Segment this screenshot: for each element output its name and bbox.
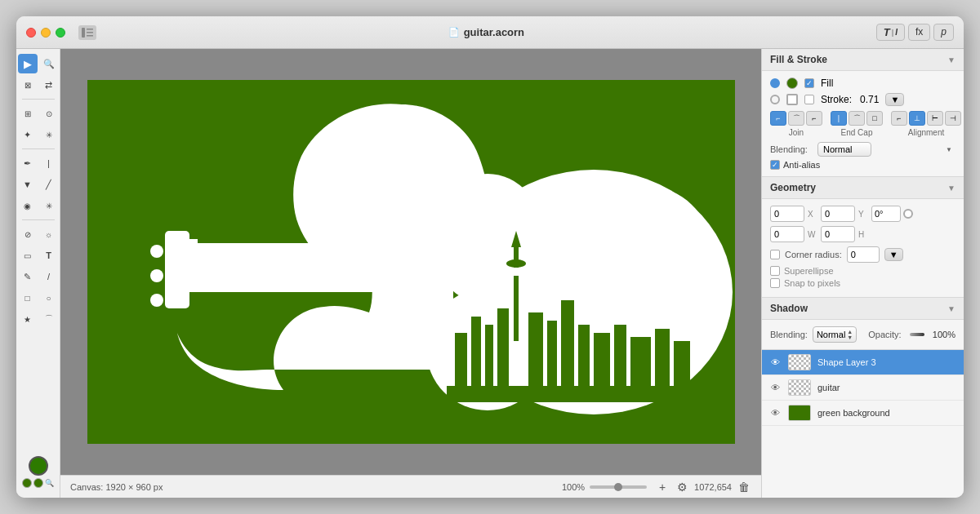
w-input[interactable] [770,226,804,242]
heal-tool[interactable]: ✳ [39,196,59,215]
line-tool[interactable]: / [39,267,59,286]
stroke-dropdown[interactable]: ▼ [885,93,904,106]
align-center-btn[interactable]: ⊥ [909,111,925,126]
corner-dropdown[interactable]: ▼ [884,248,903,261]
flip-tool[interactable]: ⇄ [39,75,59,95]
canvas-container[interactable] [60,49,761,475]
fill-checkbox[interactable]: ✓ [804,78,814,88]
foreground-color[interactable] [29,456,48,476]
fill-color-swatch[interactable] [786,78,798,89]
oval-tool[interactable]: ○ [39,288,59,308]
stamp-tool[interactable]: ◉ [18,196,38,215]
wh-row: W H [770,226,956,242]
transform-tool[interactable]: ⊠ [18,75,38,95]
endcap-round-btn[interactable]: ⌒ [849,111,865,126]
lasso-tool[interactable]: ⊙ [39,104,59,123]
polygon-tool[interactable]: ⌒ [39,309,59,329]
pen-tool[interactable]: ✒ [18,153,38,173]
layer-item-shape-layer-3[interactable]: 👁 Shape Layer 3 [762,350,964,375]
layer-visibility-icon-2[interactable]: 👁 [768,381,782,394]
svg-rect-2 [87,32,93,33]
settings-button[interactable]: ⚙ [675,480,689,494]
align-inner-btn[interactable]: ⌐ [891,111,907,126]
h-label: H [858,230,868,239]
paint-bucket-tool[interactable]: ▼ [18,175,38,194]
join-endcap-alignment: ⌐ ⌒ ⌐ Join | ⌒ □ End Cap [770,111,956,137]
file-icon: 📄 [448,27,460,38]
y-input[interactable] [821,206,855,222]
canvas[interactable] [87,80,735,444]
shadow-header[interactable]: Shadow ▼ [762,298,964,320]
svg-rect-3 [87,35,93,37]
trash-button[interactable]: 🗑 [737,480,751,494]
superellipse-checkbox[interactable] [770,266,780,276]
svg-rect-1 [87,29,93,30]
x-input[interactable] [770,206,804,222]
join-round-btn[interactable]: ⌒ [788,111,804,126]
text-tool-button[interactable]: T | I [876,24,905,41]
rect-tool[interactable]: □ [18,288,38,308]
p-button[interactable]: p [933,24,954,41]
shadow-blending-select[interactable]: Normal ▲ ▼ [813,326,857,343]
layer-name-1: Shape Layer 3 [817,357,957,367]
shadow-stepper-arrows: ▲ ▼ [847,329,853,340]
path-tool[interactable]: ✎ [18,267,38,286]
svg-point-10 [171,269,184,282]
sidebar-toggle-button[interactable] [78,25,96,40]
magic2-tool[interactable]: ✳ [39,125,59,144]
corner-radius-input[interactable] [847,246,880,263]
join-bevel-btn[interactable]: ⌐ [806,111,822,126]
coordinates-label: 1072,654 [694,482,732,492]
align-outer2-btn[interactable]: ⊣ [945,111,961,126]
shadow-title: Shadow [770,303,808,314]
geometry-chevron: ▼ [947,184,956,193]
endcap-square-btn[interactable]: □ [866,111,883,126]
eyedropper-tool[interactable]: ╱ [39,175,59,194]
layer-visibility-icon-3[interactable]: 👁 [768,406,782,419]
color-mini-2[interactable] [33,478,43,488]
add-layer-button[interactable]: + [655,480,670,494]
stroke-label: Stroke: [821,94,852,105]
fill-stroke-body: ✓ Fill Stroke: 0.71 ▼ ⌐ [762,71,964,177]
brush-tool[interactable]: | [39,153,59,173]
footer-right: + ⚙ 1072,654 🗑 [655,480,751,494]
angle-input[interactable] [871,206,901,222]
align-outer-btn[interactable]: ⊢ [927,111,943,126]
arrow-tool[interactable]: ▶ [18,54,38,73]
zoom-slider[interactable] [590,485,647,489]
endcap-butt-btn[interactable]: | [831,111,847,126]
layer-visibility-icon-1[interactable]: 👁 [768,356,782,369]
gradient-tool[interactable]: ⊘ [18,224,38,244]
snap-pixels-checkbox[interactable] [770,278,780,288]
right-panel: Fill & Stroke ▼ ✓ Fill Stroke: 0.71 [761,49,964,498]
y-label: Y [858,210,868,219]
join-miter-btn[interactable]: ⌐ [770,111,786,126]
stroke-radio[interactable] [770,95,780,104]
opacity-slider[interactable] [910,333,924,336]
stroke-color-swatch[interactable] [786,94,798,105]
star-tool[interactable]: ★ [18,309,38,329]
blending-select[interactable]: Normal Multiply Screen [817,142,871,157]
fill-stroke-header[interactable]: Fill & Stroke ▼ [762,49,964,71]
text-tool[interactable]: T [39,246,59,265]
selection-tool[interactable]: ⊞ [18,104,38,123]
blur-tool[interactable]: ☼ [39,224,59,244]
zoom-tool[interactable]: 🔍 [39,54,59,73]
corner-radius-checkbox[interactable] [770,250,780,259]
h-input[interactable] [821,226,855,242]
stroke-checkbox[interactable] [804,95,814,104]
minimize-button[interactable] [41,28,51,38]
magic-wand-tool[interactable]: ✦ [18,125,38,144]
zoom-minus[interactable]: 🔍 [45,478,55,488]
layer-item-guitar[interactable]: 👁 guitar [762,375,964,401]
geometry-header[interactable]: Geometry ▼ [762,177,964,199]
fx-button[interactable]: fx [908,24,930,41]
anti-alias-checkbox[interactable]: ✓ [770,160,780,170]
layer-item-green-bg[interactable]: 👁 green background [762,401,964,426]
close-button[interactable] [26,28,36,38]
svg-point-11 [171,294,184,307]
rect-shape-tool[interactable]: ▭ [18,246,38,265]
maximize-button[interactable] [56,28,65,38]
color-mini-1[interactable] [22,478,32,488]
fill-radio[interactable] [770,78,780,88]
